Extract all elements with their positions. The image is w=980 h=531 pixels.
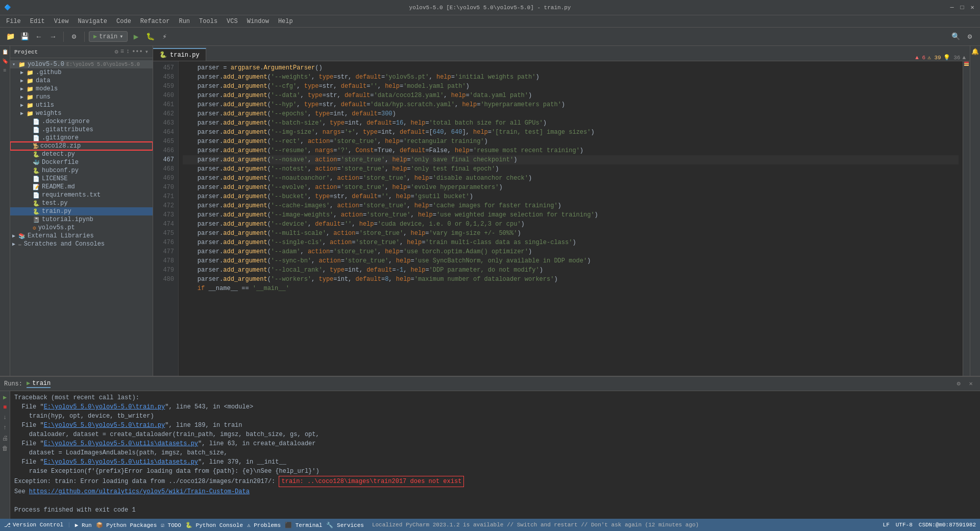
collapse-editor-icon[interactable]: ▲	[962, 55, 966, 61]
tree-item-detect[interactable]: 🐍 detect.py	[10, 150, 153, 158]
tree-item-test[interactable]: 🐍 test.py	[10, 199, 153, 207]
line-ending-indicator[interactable]: LF	[883, 522, 890, 528]
tree-item-runs[interactable]: ▶ 📁 runs	[10, 93, 153, 101]
terminal-button[interactable]: ⬛ Terminal	[285, 522, 322, 528]
tree-item-dockerignore[interactable]: 📄 .dockerignore	[10, 117, 153, 126]
minimize-button[interactable]: ─	[948, 4, 955, 11]
problems-button[interactable]: ⚠ Problems	[247, 522, 281, 528]
toolbar-back-button[interactable]: ←	[33, 31, 45, 43]
strip-structure-icon[interactable]: ≡	[1, 66, 9, 75]
strip-project-icon[interactable]: 📋	[1, 48, 9, 56]
tree-item-requirements[interactable]: 📄 requirements.txt	[10, 191, 153, 199]
run-tab-train[interactable]: ▶ train	[27, 379, 51, 388]
encoding-indicator[interactable]: UTF-8	[896, 522, 913, 528]
run-status-icon: ▶	[75, 522, 79, 528]
tree-item-data[interactable]: ▶ 📁 data	[10, 77, 153, 85]
tree-item-tutorial[interactable]: 📓 tutorial.ipynb	[10, 215, 153, 224]
tree-item-hubconf[interactable]: 🐍 hubconf.py	[10, 166, 153, 175]
menu-item-run[interactable]: Run	[175, 17, 194, 26]
run-stop-button[interactable]: ■	[1, 403, 9, 412]
status-right: LF UTF-8 CSDN:@m0:87591982	[883, 522, 976, 528]
run-icon: ▶	[93, 33, 97, 40]
tree-item-gitignore[interactable]: 📄 .gitignore	[10, 134, 153, 142]
scratches-icon: ✏	[18, 241, 22, 248]
toolbar-dropdown-button[interactable]: ⚙	[68, 31, 80, 43]
editor-tab-train[interactable]: 🐍 train.py	[153, 48, 206, 61]
tree-item-scratches[interactable]: ▶ ✏ Scratches and Consoles	[10, 240, 153, 248]
run-scroll-down-button[interactable]: ↓	[1, 414, 9, 422]
tree-arrow-models: ▶	[20, 86, 27, 92]
coverage-button[interactable]: ⚡	[158, 31, 170, 43]
sidebar-hide-icon[interactable]: ▾	[145, 48, 149, 56]
python-packages-button[interactable]: 📦 Python Packages	[96, 522, 157, 528]
run-settings-button[interactable]: ⚙	[953, 379, 964, 389]
debug-button[interactable]: 🐛	[144, 31, 156, 43]
code-line-480: parser.add_argument('--workers', type=in…	[183, 275, 959, 284]
tree-arrow-data: ▶	[20, 78, 27, 84]
sidebar-settings-icon[interactable]: ⚙	[115, 48, 118, 56]
tree-item-dockerfile[interactable]: 🐳 Dockerfile	[10, 158, 153, 166]
menu-item-help[interactable]: Help	[274, 17, 297, 26]
run-button[interactable]: ▶	[130, 31, 142, 43]
maximize-button[interactable]: □	[959, 4, 966, 11]
run-link-train-189[interactable]: E:\yolov5 5.0\yolov5-5.0\train.py	[44, 422, 165, 429]
line-numbers: 457 458 459 460 461 462 463 464 465 466 …	[153, 61, 179, 376]
tree-item-license[interactable]: 📄 LICENSE	[10, 175, 153, 183]
code-content[interactable]: parser = argparse.ArgumentParser() parse…	[179, 61, 963, 376]
tree-item-gitattributes[interactable]: 📄 .gitattributes	[10, 126, 153, 134]
close-button[interactable]: ✕	[969, 4, 976, 11]
toolbar-separator-2	[84, 32, 85, 42]
run-link-github[interactable]: https://github.com/ultralytics/yolov5/wi…	[29, 488, 250, 495]
tree-item-weights[interactable]: ▶ 📁 weights	[10, 109, 153, 117]
menu-item-edit[interactable]: Edit	[26, 17, 49, 26]
tree-item-utils[interactable]: ▶ 📁 utils	[10, 101, 153, 109]
notif-bell-icon[interactable]: 🔔	[971, 48, 979, 56]
menu-item-view[interactable]: View	[50, 17, 73, 26]
menu-item-window[interactable]: Window	[243, 17, 273, 26]
tree-item-github[interactable]: ▶ 📁 .github	[10, 68, 153, 77]
run-config-selector[interactable]: ▶ train ▾	[89, 31, 128, 42]
services-button[interactable]: 🔧 Services	[326, 522, 363, 528]
toolbar: 📁 💾 ← → ⚙ ▶ train ▾ ▶ 🐛 ⚡ 🔍 ⚙	[0, 28, 980, 46]
run-close-button[interactable]: ✕	[966, 379, 976, 389]
sidebar-collapse-icon[interactable]: ≡	[120, 48, 124, 56]
title-bar-title: yolov5-5.0 [E:\yolov5 5.0\yolov5-5.0] - …	[409, 5, 571, 11]
menu-item-tools[interactable]: Tools	[195, 17, 222, 26]
sidebar-sort-icon[interactable]: ↕	[126, 48, 130, 56]
toolbar-open-button[interactable]: 📁	[4, 31, 16, 43]
tree-arrow-utils: ▶	[20, 102, 27, 108]
tree-item-models[interactable]: ▶ 📁 models	[10, 85, 153, 93]
tree-item-readme[interactable]: 📝 README.md	[10, 183, 153, 191]
run-link-datasets-63[interactable]: E:\yolov5 5.0\yolov5-5.0\utils\datasets.…	[44, 440, 198, 447]
todo-button[interactable]: ☑ TODO	[161, 522, 181, 528]
menu-item-file[interactable]: File	[2, 17, 25, 26]
menu-item-navigate[interactable]: Navigate	[74, 17, 111, 26]
run-clear-button[interactable]: 🗑	[1, 444, 9, 452]
menu-item-vcs[interactable]: VCS	[223, 17, 242, 26]
menu-item-code[interactable]: Code	[112, 17, 135, 26]
toolbar-save-button[interactable]: 💾	[18, 31, 31, 43]
run-play-button[interactable]: ▶	[1, 393, 9, 401]
run-scroll-up-button[interactable]: ↑	[1, 424, 9, 432]
run-link-datasets-379[interactable]: E:\yolov5 5.0\yolov5-5.0\utils\datasets.…	[44, 458, 198, 466]
run-print-button[interactable]: 🖨	[1, 434, 9, 442]
code-line-472: parser.add_argument('--cache-images', ac…	[183, 201, 959, 210]
version-control-button[interactable]: ⎇ Version Control	[4, 522, 63, 528]
tree-item-yolov5s[interactable]: ⚙ yolov5s.pt	[10, 224, 153, 232]
toolbar-forward-button[interactable]: →	[47, 31, 59, 43]
menu-item-refactor[interactable]: Refactor	[136, 17, 174, 26]
strip-bookmark-icon[interactable]: 🔖	[1, 57, 9, 65]
settings-button[interactable]: ⚙	[964, 31, 976, 43]
tree-item-root[interactable]: ▾ 📁 yolov5-5.0 E:\yolov5 5.0\yolov5-5.0	[10, 60, 153, 68]
tree-item-train[interactable]: 🐍 train.py	[10, 207, 153, 215]
python-console-button[interactable]: 🐍 Python Console	[185, 522, 243, 528]
sidebar-gear-icon[interactable]: •••	[132, 48, 143, 56]
run-link-train-543[interactable]: E:\yolov5 5.0\yolov5-5.0\train.py	[44, 403, 165, 411]
tree-item-coco128[interactable]: 🗜 coco128.zip	[10, 142, 153, 150]
search-everywhere-button[interactable]: 🔍	[949, 31, 962, 43]
tree-item-external-libs[interactable]: ▶ 📚 External Libraries	[10, 232, 153, 240]
tree-github-label: .github	[36, 69, 61, 76]
run-line-exit: Process finished with exit code 1	[14, 505, 976, 515]
run-status-button[interactable]: ▶ Run	[75, 522, 92, 528]
file-tree: ▾ 📁 yolov5-5.0 E:\yolov5 5.0\yolov5-5.0 …	[10, 58, 153, 376]
